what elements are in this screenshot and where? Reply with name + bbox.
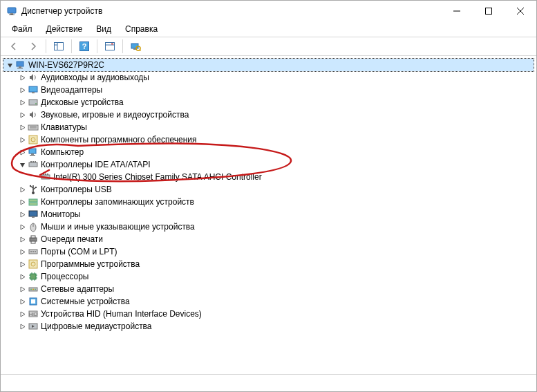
tree-category[interactable]: Очереди печати [3,233,534,245]
expand-icon[interactable] [17,147,27,157]
expand-icon[interactable] [17,209,27,219]
tree-category-label: Контроллеры USB [41,183,112,196]
expand-icon[interactable] [17,185,27,194]
svg-text:HID: HID [29,312,37,317]
menu-file[interactable]: Файл [6,23,38,35]
expand-icon[interactable] [17,197,27,207]
expand-icon[interactable] [17,297,27,306]
tree-category[interactable]: Компьютер [3,146,534,158]
svg-point-25 [35,103,37,104]
svg-rect-33 [30,155,35,156]
tree-category[interactable]: Сетевые адаптеры [3,283,534,295]
tree-category[interactable]: Программные устройства [3,258,534,270]
tree-category[interactable]: Клавиатуры [3,121,534,133]
svg-rect-29 [29,136,37,144]
display-icon [28,84,39,95]
scan-hardware-button[interactable] [126,38,144,55]
svg-point-73 [30,289,32,290]
help-button[interactable]: ? [75,38,93,55]
tree-category-label: Звуковые, игровые и видеоустройства [41,109,189,121]
expand-icon[interactable] [5,60,15,70]
expand-icon[interactable] [17,122,27,132]
tree-category[interactable]: HID Устройства HID (Human Interface Devi… [3,308,534,320]
expand-icon[interactable] [17,97,27,107]
toolbar-separator [71,39,72,53]
expand-icon[interactable] [17,272,27,281]
tree-category[interactable]: Дисковые устройства [3,96,534,109]
tree-device-label: Intel(R) 300 Series Chipset Family SATA … [53,171,262,183]
software-icon [28,134,39,145]
tree-category[interactable]: Цифровые медиаустройства [3,320,534,333]
tree-category[interactable]: Звуковые, игровые и видеоустройства [3,109,534,121]
tree-category[interactable]: Аудиовходы и аудиовыходы [3,71,534,84]
expand-icon[interactable] [17,110,27,120]
expand-icon[interactable] [17,321,27,331]
close-button[interactable] [505,1,536,21]
expand-icon[interactable] [17,160,27,169]
tree-category-label: Программные устройства [41,258,140,270]
expand-spacer [30,172,39,182]
expand-icon[interactable] [17,222,27,232]
tree-category-label: Системные устройства [41,295,130,308]
tree-category-label: Порты (COM и LPT) [41,245,117,258]
menu-action[interactable]: Действие [41,23,88,35]
keyboard-icon [28,122,39,133]
tree-category[interactable]: Системные устройства [3,295,534,308]
menu-view[interactable]: Вид [91,23,117,35]
expand-icon[interactable] [17,247,27,256]
device-tree[interactable]: WIN-EVS627P9R2C Аудиовходы и аудиовыходы… [1,56,536,374]
tree-category-label: Контроллеры запоминающих устройств [41,196,194,208]
tree-category-label: Клавиатуры [41,121,87,133]
svg-rect-4 [486,8,492,15]
tree-category[interactable]: Мониторы [3,208,534,221]
tree-category[interactable]: Контроллеры запоминающих устройств [3,196,534,208]
port-icon [28,246,39,257]
window-title: Диспетчер устройств [21,6,102,16]
tree-category[interactable]: Порты (COM и LPT) [3,245,534,258]
maximize-button[interactable] [473,1,505,21]
tree-category[interactable]: Контроллеры USB [3,183,534,196]
mouse-icon [28,221,39,232]
tree-category-label: Видеоадаптеры [41,84,102,96]
toolbar-separator [122,39,123,53]
tree-device[interactable]: Intel(R) 300 Series Chipset Family SATA … [3,171,534,183]
usb-icon [28,184,39,195]
expand-icon[interactable] [17,135,27,144]
expand-icon[interactable] [17,259,27,269]
tree-category[interactable]: Мыши и иные указывающие устройства [3,221,534,233]
show-hide-tree-button[interactable] [50,38,68,55]
tree-category[interactable]: Контроллеры IDE ATA/ATAPI [3,158,534,171]
svg-rect-32 [31,153,34,155]
svg-rect-48 [29,199,37,202]
menu-help[interactable]: Справка [120,23,163,35]
network-icon [28,283,39,295]
expand-icon[interactable] [17,309,27,319]
svg-rect-36 [32,161,34,162]
speaker-icon [28,72,39,83]
tree-category-label: Очереди печати [41,233,103,245]
properties-button[interactable] [101,38,119,55]
svg-rect-40 [45,174,46,175]
tree-category[interactable]: Видеоадаптеры [3,84,534,96]
minimize-button[interactable] [441,1,473,21]
svg-point-59 [32,251,34,252]
back-button[interactable] [5,38,23,55]
forward-button[interactable] [24,38,42,55]
svg-rect-1 [10,13,13,15]
tree-category[interactable]: Процессоры [3,270,534,283]
svg-rect-22 [29,86,37,92]
tree-category-label: Цифровые медиаустройства [41,320,152,333]
expand-icon[interactable] [17,85,27,95]
toolbar-separator [46,39,46,53]
expand-icon[interactable] [17,73,27,82]
system-icon [28,296,39,307]
printer-icon [28,234,39,245]
tree-category[interactable]: Компоненты программного обеспечения [3,133,534,146]
svg-rect-23 [32,92,35,93]
svg-rect-20 [19,66,21,68]
tree-root-node[interactable]: WIN-EVS627P9R2C [3,59,534,71]
tree-category-label: Мониторы [41,208,80,221]
expand-icon[interactable] [17,234,27,244]
controller-icon [28,159,39,170]
expand-icon[interactable] [17,284,27,294]
